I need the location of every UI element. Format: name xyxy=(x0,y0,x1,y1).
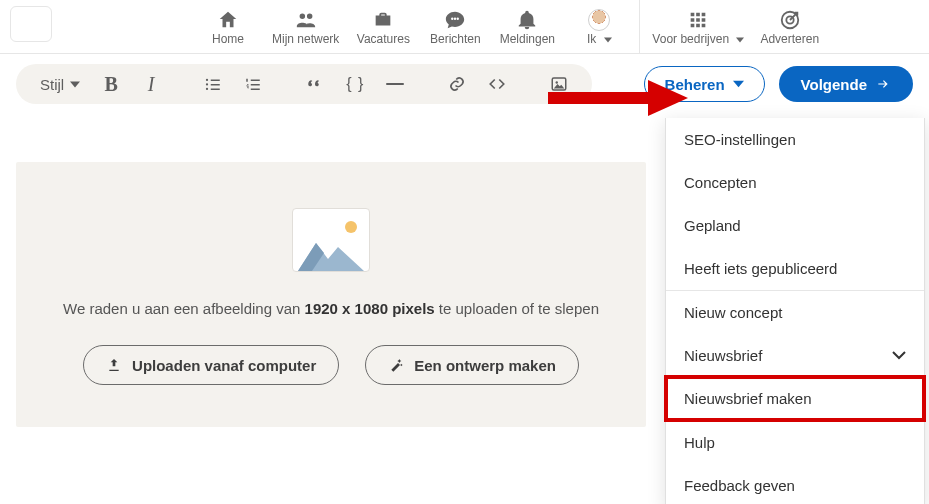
nav-network[interactable]: Mijn netwerk xyxy=(264,0,347,53)
nav-advertise[interactable]: Adverteren xyxy=(752,0,827,53)
nav-network-label: Mijn netwerk xyxy=(272,33,339,45)
mountains-icon xyxy=(298,233,364,271)
create-design-button[interactable]: Een ontwerp maken xyxy=(365,345,579,385)
numbered-list-icon xyxy=(244,75,262,93)
svg-point-1 xyxy=(556,81,558,83)
menu-item-feedback[interactable]: Feedback geven xyxy=(666,464,924,504)
nav-me-label: Ik xyxy=(587,33,612,45)
menu-item-seo[interactable]: SEO-instellingen xyxy=(666,118,924,161)
quote-button[interactable] xyxy=(306,72,324,96)
menu-item-newsletter[interactable]: Nieuwsbrief xyxy=(666,334,924,377)
logo-slot xyxy=(10,6,52,42)
people-icon xyxy=(295,9,317,31)
chevron-down-icon xyxy=(892,351,906,361)
embed-button[interactable] xyxy=(488,72,506,96)
image-button[interactable] xyxy=(550,72,568,96)
upload-icon xyxy=(106,357,122,373)
editor-toolbar-row: Stijl B I { } Beheren xyxy=(0,54,929,114)
link-button[interactable] xyxy=(448,72,466,96)
menu-item-help[interactable]: Hulp xyxy=(666,421,924,464)
nav-messages-label: Berichten xyxy=(430,33,481,45)
caret-down-icon xyxy=(736,37,744,43)
quote-icon xyxy=(306,75,324,93)
divider-button[interactable] xyxy=(386,72,404,96)
italic-button[interactable]: I xyxy=(142,72,160,96)
nav-jobs[interactable]: Vacatures xyxy=(347,0,419,53)
nav-home-label: Home xyxy=(212,33,244,45)
bullet-list-icon xyxy=(204,75,222,93)
upload-buttons: Uploaden vanaf computer Een ontwerp make… xyxy=(83,345,579,385)
image-placeholder xyxy=(292,208,370,272)
editor-toolbar: Stijl B I { } xyxy=(16,64,592,104)
sun-icon xyxy=(345,221,357,233)
nav-business[interactable]: Voor bedrijven xyxy=(644,0,752,53)
numbered-list-button[interactable] xyxy=(244,72,262,96)
link-icon xyxy=(448,75,466,93)
code-block-button[interactable]: { } xyxy=(346,72,364,96)
manage-menu: SEO-instellingen Concepten Gepland Heeft… xyxy=(665,118,925,504)
upload-from-computer-button[interactable]: Uploaden vanaf computer xyxy=(83,345,339,385)
nav-notifications-label: Meldingen xyxy=(500,33,555,45)
chat-icon xyxy=(444,9,466,31)
caret-down-icon xyxy=(733,80,744,88)
style-button[interactable]: Stijl xyxy=(40,72,80,96)
bullet-list-button[interactable] xyxy=(204,72,222,96)
arrow-right-icon xyxy=(875,77,891,91)
caret-down-icon xyxy=(70,81,80,88)
code-icon xyxy=(488,75,506,93)
menu-item-create-newsletter[interactable]: Nieuwsbrief maken xyxy=(666,377,924,420)
nav-jobs-label: Vacatures xyxy=(357,33,410,45)
divider-icon xyxy=(386,83,404,85)
target-icon xyxy=(779,9,801,31)
nav-items: Home Mijn netwerk Vacatures Berichten Me… xyxy=(192,0,635,53)
nav-business-label: Voor bedrijven xyxy=(652,33,744,45)
briefcase-icon xyxy=(372,9,394,31)
home-icon xyxy=(217,9,239,31)
cover-upload-area[interactable]: We raden u aan een afbeelding van 1920 x… xyxy=(16,162,646,427)
nav-messages[interactable]: Berichten xyxy=(419,0,491,53)
nav-me[interactable]: Ik xyxy=(563,0,635,53)
caret-down-icon xyxy=(604,37,612,43)
menu-item-concepts[interactable]: Concepten xyxy=(666,161,924,204)
menu-item-new-concept[interactable]: Nieuw concept xyxy=(666,291,924,334)
manage-button[interactable]: Beheren xyxy=(644,66,765,102)
nav-right: Voor bedrijven Adverteren xyxy=(644,0,827,53)
nav-home[interactable]: Home xyxy=(192,0,264,53)
nav-notifications[interactable]: Meldingen xyxy=(491,0,563,53)
nav-separator xyxy=(639,0,640,53)
bold-button[interactable]: B xyxy=(102,72,120,96)
upload-hint: We raden u aan een afbeelding van 1920 x… xyxy=(63,300,599,317)
avatar-icon xyxy=(588,9,610,31)
bell-icon xyxy=(516,9,538,31)
menu-item-scheduled[interactable]: Gepland xyxy=(666,204,924,247)
grid-icon xyxy=(687,9,709,31)
wand-icon xyxy=(388,357,404,373)
next-button[interactable]: Volgende xyxy=(779,66,913,102)
nav-advertise-label: Adverteren xyxy=(760,33,819,45)
top-nav: Home Mijn netwerk Vacatures Berichten Me… xyxy=(0,0,929,54)
menu-item-published[interactable]: Heeft iets gepubliceerd xyxy=(666,247,924,290)
image-icon xyxy=(550,75,568,93)
